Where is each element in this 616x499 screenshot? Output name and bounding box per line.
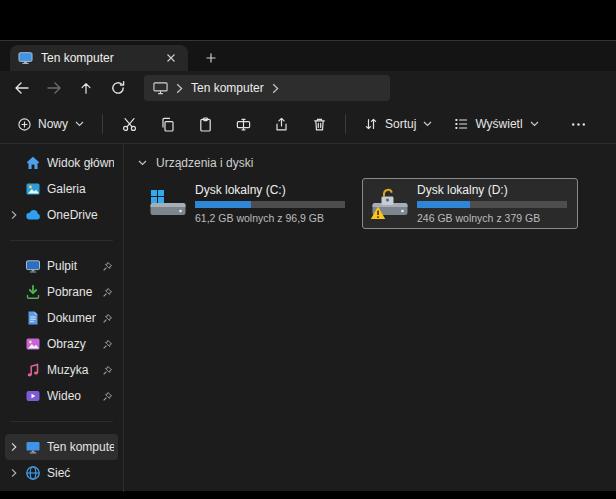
refresh-button[interactable] [102,75,134,101]
tab-bar: Ten komputer [0,41,616,71]
chevron-right-icon[interactable] [9,468,19,478]
chevron-down-icon [530,121,539,127]
capacity-bar [417,201,567,208]
sidebar-item-ten-komputer[interactable]: Ten komputer [5,434,118,460]
copy-button[interactable] [149,109,185,139]
chevron-right-icon[interactable] [9,442,19,452]
drive-info: Dysk lokalny (D:) 246 GB wolnych z 379 G… [417,183,567,224]
sidebar-item-label: Pulpit [47,259,96,273]
gallery-icon [25,181,41,197]
sidebar-item-label: Pobrane [47,285,96,299]
more-options-button[interactable] [561,109,597,139]
view-button-label: Wyświetl [475,117,522,131]
sidebar-divider [10,240,113,241]
pin-icon [102,391,114,402]
this-pc-icon [25,439,41,455]
chevron-right-icon[interactable] [272,83,279,94]
paste-button[interactable] [187,109,223,139]
music-icon [25,362,41,378]
address-bar[interactable]: Ten komputer [144,75,390,101]
sidebar-item-galeria[interactable]: Galeria [5,176,118,202]
command-toolbar: Nowy Sortuj [0,105,616,144]
download-icon [25,284,41,300]
back-button[interactable] [6,75,38,101]
desktop-background: Ten komputer Ten kom [0,0,616,499]
drive-info: Dysk lokalny (C:) 61,2 GB wolnych z 96,9… [195,183,345,224]
sidebar-item-pulpit[interactable]: Pulpit [5,253,118,279]
sort-button[interactable]: Sortuj [354,109,442,139]
capacity-bar [195,201,345,208]
sidebar-item-obrazy[interactable]: Obrazy [5,331,118,357]
sidebar-item-label: OneDrive [47,208,114,222]
computer-icon [18,51,33,65]
home-icon [25,155,41,171]
tab-ten-komputer[interactable]: Ten komputer [10,45,188,71]
sidebar-item-label: Widok główny [47,156,114,170]
document-icon [25,310,41,326]
chevron-down-icon [423,121,432,127]
view-icon [454,117,468,131]
sidebar-divider [10,421,113,422]
view-button[interactable]: Wyświetl [444,109,548,139]
capacity-bar-fill [195,201,251,208]
sidebar-item-widok-glowny[interactable]: Widok główny [5,150,118,176]
sidebar-item-dokumenty[interactable]: Dokumenty [5,305,118,331]
sidebar-item-label: Ten komputer [47,440,114,454]
drive-name: Dysk lokalny (D:) [417,183,567,198]
drive-d-unlocked-icon [371,188,409,220]
chevron-right-icon [176,83,183,94]
drive-tile-d[interactable]: Dysk lokalny (D:) 246 GB wolnych z 379 G… [362,178,578,229]
sidebar-item-wideo[interactable]: Wideo [5,383,118,409]
file-explorer-window: Ten komputer Ten kom [0,40,616,491]
computer-icon [153,81,168,95]
plus-icon [18,118,31,131]
pin-icon [102,287,114,298]
navigation-bar: Ten komputer [0,71,616,105]
drive-tiles: Dysk lokalny (C:) 61,2 GB wolnych z 96,9… [140,178,602,229]
sidebar-item-label: Galeria [47,182,114,196]
sidebar-item-onedrive[interactable]: OneDrive [5,202,118,228]
sidebar-item-label: Muzyka [47,363,96,377]
sidebar-item-label: Obrazy [47,337,96,351]
sidebar-item-label: Dokumenty [47,311,96,325]
sidebar-item-label: Wideo [47,389,96,403]
close-tab-button[interactable] [162,49,180,67]
desktop-icon [25,258,41,274]
video-icon [25,388,41,404]
sort-icon [364,117,378,131]
chevron-down-icon[interactable] [138,160,147,166]
content-area: Widok główny Galeria OneDrive [0,144,616,492]
drive-c-icon [149,188,187,220]
toolbar-separator [102,114,103,134]
up-button[interactable] [70,75,102,101]
sidebar-item-pobrane[interactable]: Pobrane [5,279,118,305]
section-label: Urządzenia i dyski [156,156,253,170]
breadcrumb-item[interactable]: Ten komputer [191,81,264,95]
sidebar-item-siec[interactable]: Sieć [5,460,118,486]
drive-free-text: 246 GB wolnych z 379 GB [417,212,567,224]
file-list-area: Urządzenia i dyski Dysk lokalny (C:) [124,144,616,492]
tab-label: Ten komputer [41,51,154,65]
pin-icon [102,261,114,272]
sidebar-item-muzyka[interactable]: Muzyka [5,357,118,383]
pin-icon [102,313,114,324]
pin-icon [102,365,114,376]
drive-name: Dysk lokalny (C:) [195,183,345,198]
new-button[interactable]: Nowy [8,109,94,139]
new-button-label: Nowy [38,117,68,131]
delete-button[interactable] [301,109,337,139]
section-devices-and-drives[interactable]: Urządzenia i dyski [138,152,602,174]
cut-button[interactable] [111,109,147,139]
share-button[interactable] [263,109,299,139]
chevron-down-icon [75,121,84,127]
navigation-pane: Widok główny Galeria OneDrive [0,144,124,492]
sidebar-item-label: Sieć [47,466,114,480]
chevron-right-icon[interactable] [9,210,19,220]
rename-button[interactable] [225,109,261,139]
onedrive-cloud-icon [25,207,41,223]
forward-button[interactable] [38,75,70,101]
new-tab-button[interactable] [198,46,224,70]
pictures-icon [25,336,41,352]
drive-tile-c[interactable]: Dysk lokalny (C:) 61,2 GB wolnych z 96,9… [140,178,356,229]
toolbar-separator [345,114,346,134]
